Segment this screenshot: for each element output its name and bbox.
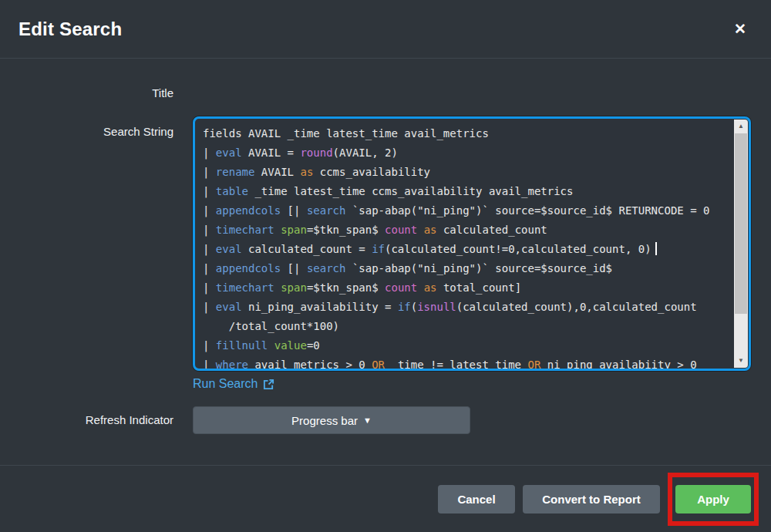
search-string-code: fields AVAIL _time latest_time avail_met… [195,119,733,369]
search-string-input[interactable]: fields AVAIL _time latest_time avail_met… [193,116,751,371]
annotation-highlight: Apply [668,473,759,526]
dialog-header: Edit Search ✕ [0,0,771,59]
refresh-indicator-dropdown[interactable]: Progress bar ▼ [193,406,470,434]
title-input[interactable] [193,79,751,106]
convert-to-report-button[interactable]: Convert to Report [523,485,660,513]
dialog-title: Edit Search [19,19,122,40]
edit-search-dialog: Edit Search ✕ Title Search String fields… [0,0,771,532]
chevron-down-icon: ▼ [363,416,372,425]
external-link-icon [263,379,274,390]
close-icon[interactable]: ✕ [734,22,746,36]
scroll-up-icon[interactable]: ▲ [734,120,748,133]
run-search-label: Run Search [193,377,258,391]
refresh-indicator-label: Refresh Indicator [0,413,173,426]
refresh-indicator-value: Progress bar [291,414,358,427]
scrollbar-thumb[interactable] [735,133,747,314]
cancel-button[interactable]: Cancel [438,485,515,513]
dialog-footer: Cancel Convert to Report Apply [0,465,771,532]
search-string-label: Search String [0,125,173,138]
run-search-link[interactable]: Run Search [193,377,274,391]
scrollbar[interactable]: ▲ ▼ [734,120,748,368]
apply-button[interactable]: Apply [675,485,751,513]
scroll-down-icon[interactable]: ▼ [734,355,748,367]
title-label: Title [0,86,173,99]
